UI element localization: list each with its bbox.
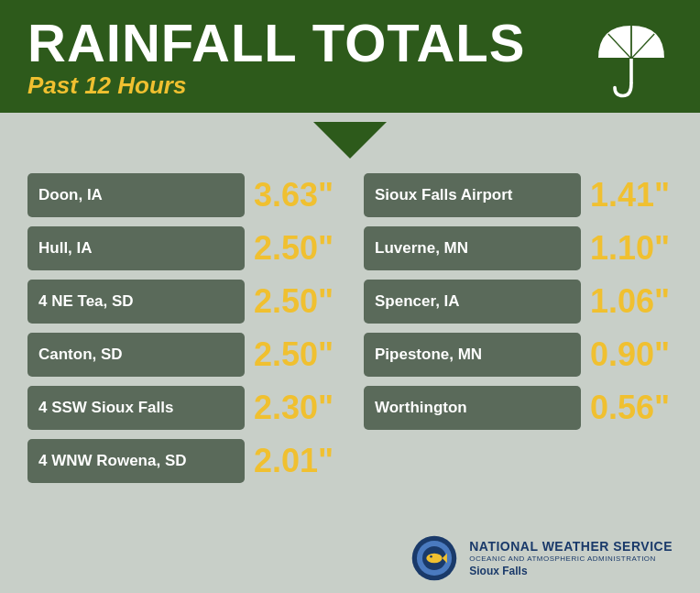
header: RAINFALL TOTALS Past 12 Hours [0,0,700,113]
location-label: Luverne, MN [375,239,468,258]
left-column: Doon, IA 3.63" Hull, IA 2.50" 4 NE Tea, … [27,173,336,520]
page-title: RAINFALL TOTALS [27,16,525,70]
location-label: Pipestone, MN [375,346,482,364]
location-label: Worthington [375,399,467,417]
location-label: Spencer, IA [375,292,460,311]
list-item: Canton, SD 2.50" [27,333,336,377]
location-box: 4 NE Tea, SD [27,280,245,324]
rainfall-value: 1.10" [590,229,673,268]
list-item: Doon, IA 3.63" [27,173,336,217]
list-item: 4 NE Tea, SD 2.50" [27,280,336,324]
umbrella-icon [590,17,673,100]
nws-tagline: OCEANIC AND ATMOSPHERIC ADMINISTRATION [469,555,656,563]
list-item: 4 WNW Rowena, SD 2.01" [27,439,336,483]
svg-point-9 [427,554,443,563]
rainfall-value: 2.50" [254,335,336,374]
list-item: 4 SSW Sioux Falls 2.30" [27,386,336,430]
location-box: Pipestone, MN [364,333,581,377]
content-area: Doon, IA 3.63" Hull, IA 2.50" 4 NE Tea, … [0,159,700,529]
arrow-container [0,113,700,159]
location-label: 4 NE Tea, SD [38,292,134,311]
location-box: Luverne, MN [364,226,581,270]
rainfall-value: 3.63" [254,176,336,214]
location-box: Spencer, IA [364,280,581,324]
rainfall-value: 2.50" [254,282,336,321]
down-arrow-icon [313,122,387,159]
list-item: Sioux Falls Airport 1.41" [364,173,673,217]
rainfall-value: 1.41" [590,176,673,214]
location-box: Worthington [364,386,581,430]
main-container: RAINFALL TOTALS Past 12 Hours [0,0,700,593]
rainfall-value: 0.90" [590,335,673,374]
footer: NATIONAL WEATHER SERVICE OCEANIC AND ATM… [0,529,700,593]
list-item: Worthington 0.56" [364,386,673,430]
page-subtitle: Past 12 Hours [27,71,525,100]
location-label: Canton, SD [38,346,123,364]
location-label: 4 SSW Sioux Falls [38,399,173,417]
location-label: Hull, IA [38,239,93,258]
nws-branding: NATIONAL WEATHER SERVICE OCEANIC AND ATM… [469,539,673,577]
location-box: 4 SSW Sioux Falls [27,386,245,430]
data-grid: Doon, IA 3.63" Hull, IA 2.50" 4 NE Tea, … [27,173,673,520]
rainfall-value: 0.56" [590,389,673,427]
location-box: Sioux Falls Airport [364,173,581,217]
list-item: Luverne, MN 1.10" [364,226,673,270]
location-label: Sioux Falls Airport [375,186,513,204]
rainfall-value: 2.01" [254,442,336,480]
rainfall-value: 2.30" [254,389,336,427]
svg-point-11 [430,555,432,558]
noaa-logo-icon [410,534,458,582]
list-item: Hull, IA 2.50" [27,226,336,270]
rainfall-value: 1.06" [590,282,673,321]
nws-location: Sioux Falls [469,565,527,577]
location-box: 4 WNW Rowena, SD [27,439,245,483]
location-box: Doon, IA [27,173,245,217]
location-label: Doon, IA [38,186,103,204]
location-box: Hull, IA [27,226,245,270]
nws-name: NATIONAL WEATHER SERVICE [469,539,673,555]
header-left: RAINFALL TOTALS Past 12 Hours [27,16,525,100]
location-label: 4 WNW Rowena, SD [38,452,187,470]
list-item: Spencer, IA 1.06" [364,280,673,324]
list-item: Pipestone, MN 0.90" [364,333,673,377]
right-column: Sioux Falls Airport 1.41" Luverne, MN 1.… [364,173,673,520]
rainfall-value: 2.50" [254,229,336,268]
location-box: Canton, SD [27,333,245,377]
